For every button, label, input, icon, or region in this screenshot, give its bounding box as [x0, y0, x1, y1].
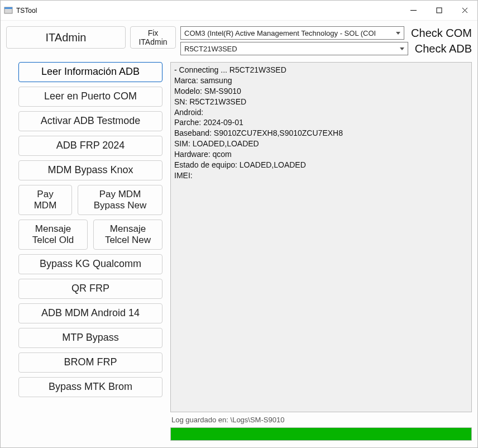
adb-frp-2024-button[interactable]: ADB FRP 2024: [18, 136, 162, 156]
check-com-link[interactable]: Check COM: [411, 27, 472, 40]
window-title: TSTool: [16, 7, 37, 15]
close-button[interactable]: [452, 1, 477, 21]
bypass-kg-qualcomm-button[interactable]: Bypass KG Qualcomm: [18, 254, 162, 274]
body-area: ITAdmin Fix ITAdmin COM3 (Intel(R) Activ…: [1, 21, 477, 447]
mensaje-telcel-old-button[interactable]: Mensaje Telcel Old: [18, 220, 88, 250]
leer-info-adb-button[interactable]: Leer Información ADB: [18, 62, 162, 82]
app-icon: [4, 6, 13, 15]
titlebar-left: TSTool: [4, 6, 37, 15]
com-port-combo[interactable]: COM3 (Intel(R) Active Management Technol…: [180, 26, 404, 40]
pay-mdm-button[interactable]: Pay MDM: [18, 185, 72, 215]
com-port-value: COM3 (Intel(R) Active Management Technol…: [184, 29, 376, 37]
leer-puerto-com-button[interactable]: Leer en Puerto COM: [18, 87, 162, 107]
brom-frp-button[interactable]: BROM FRP: [18, 352, 162, 373]
mensaje-row: Mensaje Telcel Old Mensaje Telcel New: [18, 220, 162, 250]
qr-frp-button[interactable]: QR FRP: [18, 279, 162, 299]
app-window: TSTool ITAdmin Fix ITAdmin COM3 (Intel(R…: [0, 0, 478, 448]
pay-mdm-bypass-new-button[interactable]: Pay MDM Bypass New: [78, 185, 162, 215]
adb-device-value: R5CT21W3SED: [184, 45, 237, 53]
svg-rect-3: [437, 8, 442, 13]
log-output[interactable]: - Connecting ... R5CT21W3SED Marca: sams…: [170, 62, 472, 412]
svg-rect-1: [4, 7, 12, 9]
bypass-mtk-brom-button[interactable]: Bypass MTK Brom: [18, 377, 162, 397]
check-adb-link[interactable]: Check ADB: [415, 42, 472, 55]
status-text: Log guardado en: \Logs\SM-S9010: [170, 416, 472, 424]
maximize-button[interactable]: [426, 1, 452, 21]
mdm-bypass-knox-button[interactable]: MDM Bypass Knox: [18, 160, 162, 180]
titlebar: TSTool: [1, 1, 477, 21]
progress-bar: [170, 427, 472, 441]
top-right: COM3 (Intel(R) Active Management Technol…: [180, 26, 472, 55]
adb-mdm-android14-button[interactable]: ADB MDM Android 14: [18, 303, 162, 323]
com-row: COM3 (Intel(R) Active Management Technol…: [180, 26, 472, 40]
adb-row: R5CT21W3SED Check ADB: [180, 42, 472, 55]
mtp-bypass-button[interactable]: MTP Bypass: [18, 328, 162, 348]
mensaje-telcel-new-button[interactable]: Mensaje Telcel New: [93, 220, 162, 250]
itadmin-button[interactable]: ITAdmin: [6, 26, 126, 49]
left-column: Leer Información ADB Leer en Puerto COM …: [6, 62, 162, 441]
activar-adb-testmode-button[interactable]: Activar ADB Testmode: [18, 111, 162, 131]
titlebar-controls: [400, 1, 477, 21]
progress-fill: [171, 428, 471, 440]
fix-itadmin-button[interactable]: Fix ITAdmin: [130, 26, 176, 49]
minimize-button[interactable]: [400, 1, 426, 21]
main-row: Leer Información ADB Leer en Puerto COM …: [6, 62, 472, 441]
pay-mdm-row: Pay MDM Pay MDM Bypass New: [18, 185, 162, 215]
top-row: ITAdmin Fix ITAdmin COM3 (Intel(R) Activ…: [6, 26, 472, 55]
adb-device-combo[interactable]: R5CT21W3SED: [180, 42, 408, 55]
right-column: - Connecting ... R5CT21W3SED Marca: sams…: [170, 62, 472, 441]
